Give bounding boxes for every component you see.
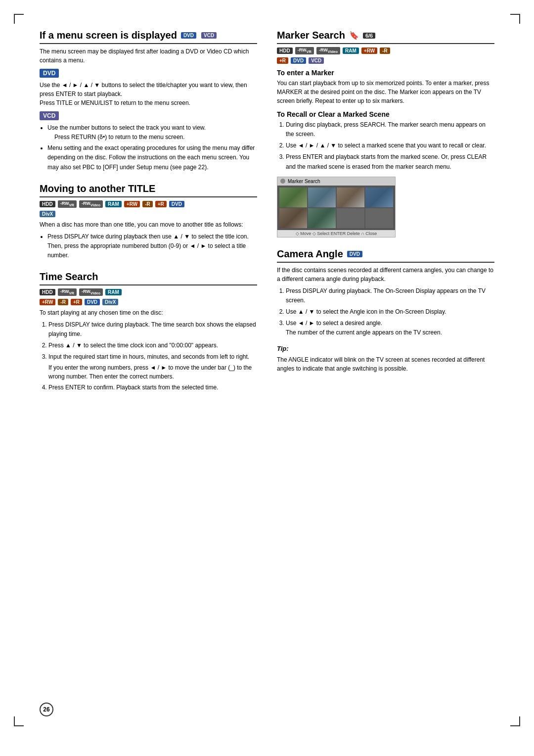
- vcd-subsection: VCD Use the number buttons to select the…: [40, 111, 257, 172]
- time-intro: To start playing at any chosen time on t…: [40, 308, 257, 317]
- marker-thumb-8: [365, 208, 393, 228]
- badge-plusr-moving: +R: [155, 201, 167, 207]
- dvd-badge-large: DVD: [40, 69, 59, 78]
- badge-vcd: VCD: [201, 32, 217, 39]
- tip-label: Tip:: [277, 344, 494, 354]
- section-time-heading-row: Time Search: [40, 271, 257, 285]
- badge-hdd-moving: HDD: [40, 201, 55, 207]
- time-step-3-note: If you enter the wrong numbers, press ◄ …: [48, 363, 257, 381]
- enter-marker-heading: To enter a Marker: [277, 69, 494, 77]
- bookmark-icon: 🔖: [349, 31, 359, 40]
- marker-search-box-title: Marker Search: [288, 179, 320, 184]
- badge-divx-time: DivX: [102, 299, 118, 305]
- section-menu-heading: If a menu screen is displayed: [40, 30, 177, 41]
- section-camera-heading-row: Camera Angle DVD: [277, 248, 494, 263]
- badge-dvd-camera: DVD: [347, 251, 362, 257]
- badge-rwvr-time: -RWVR: [58, 288, 77, 296]
- section-menu-title: If a menu screen is displayed DVD VCD: [40, 30, 257, 44]
- section-moving-heading: Moving to another TITLE: [40, 183, 155, 194]
- time-step-2: Press ▲ / ▼ to select the time clock ico…: [48, 341, 257, 350]
- time-step-1: Press DISPLAY twice during playback. The…: [48, 320, 257, 339]
- badge-rwvideo-moving: -RWVideo: [79, 200, 103, 208]
- badge-dvd: DVD: [181, 32, 196, 39]
- moving-badges-row2: DivX: [40, 211, 257, 217]
- vcd-sub-text: Press RETURN (δ•) to return to the menu …: [47, 133, 257, 142]
- section-camera-angle: Camera Angle DVD If the disc contains sc…: [277, 248, 494, 373]
- corner-mark-bl: [14, 716, 24, 726]
- badge-vcd-marker: VCD: [309, 57, 324, 64]
- recall-marker-heading: To Recall or Clear a Marked Scene: [277, 110, 494, 118]
- badge-plusrw-moving: +RW: [124, 201, 140, 207]
- dvd-subsection: DVD Use the ◄ / ► / ▲ / ▼ buttons to sel…: [40, 69, 257, 107]
- badge-plusr-marker: +R: [277, 57, 288, 64]
- badge-hdd-marker: HDD: [277, 47, 293, 54]
- badge-plusr-time: +R: [71, 299, 82, 305]
- corner-mark-tl: [14, 14, 24, 24]
- recall-step-3: Press ENTER and playback starts from the…: [286, 152, 494, 171]
- time-badges-row2: +RW -R +R DVD DivX: [40, 299, 257, 305]
- marker-search-titlebar: Marker Search: [277, 177, 395, 186]
- badge-hdd-time: HDD: [40, 289, 55, 295]
- tip-section: Tip: The ANGLE indicator will blink on t…: [277, 344, 494, 374]
- time-step-4: Press ENTER to confirm. Playback starts …: [48, 383, 257, 392]
- section-time-search: Time Search HDD -RWVR -RWVideo RAM +RW -…: [40, 271, 257, 392]
- badge-dvd-time: DVD: [85, 299, 100, 305]
- enter-marker-text: You can start playback from up to six me…: [277, 79, 494, 105]
- moving-badges-row1: HDD -RWVR -RWVideo RAM +RW -R +R DVD: [40, 200, 257, 208]
- page-number: 26: [40, 703, 53, 716]
- marker-bottom-bar: ◇ Move ◇ Select ENTER Delete ∩ Close: [277, 230, 395, 237]
- camera-step-3: Use ◄ / ► to select a desired angle.The …: [286, 319, 494, 337]
- recall-step-2: Use ◄ / ► / ▲ / ▼ to select a marked sce…: [286, 141, 494, 150]
- badge-rwvr-moving: -RWVR: [58, 200, 77, 208]
- vcd-badge-large: VCD: [40, 111, 59, 120]
- badge-ram-marker: RAM: [343, 47, 359, 54]
- recall-step-1: During disc playback, press SEARCH. The …: [286, 120, 494, 139]
- badge-ram-moving: RAM: [105, 201, 122, 207]
- marker-badges-row2: +R DVD VCD: [277, 57, 494, 64]
- recall-marker-subsection: To Recall or Clear a Marked Scene During…: [277, 110, 494, 172]
- badge-divx-moving: DivX: [40, 211, 55, 217]
- badge-plusrw-time: +RW: [40, 299, 55, 305]
- moving-bullets: Press DISPLAY twice during playback then…: [40, 232, 257, 261]
- section-marker-heading: Marker Search: [277, 30, 345, 41]
- camera-steps: Press DISPLAY during playback. The On-Sc…: [277, 286, 494, 338]
- badge-rwvideo-time: -RWVideo: [79, 288, 103, 296]
- section-marker-search: Marker Search 🔖 6/6 HDD -RWVR -RWVideo R…: [277, 30, 494, 237]
- moving-intro: When a disc has more than one title, you…: [40, 220, 257, 229]
- badge-dvd-marker: DVD: [291, 57, 306, 64]
- time-step-3: Input the required start time in hours, …: [48, 352, 257, 380]
- page-content: If a menu screen is displayed DVD VCD Th…: [40, 30, 494, 403]
- marker-thumb-1: [279, 188, 307, 207]
- badge-rwvr-marker: -RWVR: [295, 47, 314, 54]
- moving-bullet-1: Press DISPLAY twice during playback then…: [47, 232, 257, 261]
- camera-step-1: Press DISPLAY during playback. The On-Sc…: [286, 286, 494, 305]
- vcd-bullet-1: Use the number buttons to select the tra…: [47, 123, 257, 142]
- time-badges-row1: HDD -RWVR -RWVideo RAM: [40, 288, 257, 296]
- marker-search-icon: [280, 179, 285, 184]
- enter-marker-subsection: To enter a Marker You can start playback…: [277, 69, 494, 105]
- marker-thumb-5: [279, 208, 307, 228]
- marker-thumb-4: [365, 188, 393, 207]
- camera-step-2: Use ▲ / ▼ to select the Angle icon in th…: [286, 307, 494, 317]
- marker-search-image-box: Marker Search ◇ Move ◇ Select ENTER Dele…: [277, 177, 396, 237]
- badge-ram-time: RAM: [105, 289, 122, 295]
- vcd-bullet-list: Use the number buttons to select the tra…: [40, 123, 257, 172]
- page: If a menu screen is displayed DVD VCD Th…: [0, 0, 534, 756]
- time-steps: Press DISPLAY twice during playback. The…: [40, 320, 257, 392]
- marker-grid: [277, 186, 395, 230]
- section-camera-heading: Camera Angle: [277, 248, 343, 260]
- dvd-text: Use the ◄ / ► / ▲ / ▼ buttons to select …: [40, 81, 257, 107]
- badge-plusrw-marker: +RW: [361, 47, 377, 54]
- corner-mark-br: [510, 716, 520, 726]
- badge-r-time: -R: [58, 299, 68, 305]
- badge-r-moving: -R: [142, 201, 153, 207]
- marker-badges-row1: HDD -RWVR -RWVideo RAM +RW -R: [277, 47, 494, 54]
- left-column: If a menu screen is displayed DVD VCD Th…: [40, 30, 257, 403]
- section-marker-heading-row: Marker Search 🔖 6/6: [277, 30, 494, 44]
- page-num-badge: 6/6: [363, 33, 375, 39]
- section-moving-title: Moving to another TITLE HDD -RWVR -RWVid…: [40, 183, 257, 260]
- tip-text: The ANGLE indicator will blink on the TV…: [277, 355, 494, 373]
- right-column: Marker Search 🔖 6/6 HDD -RWVR -RWVideo R…: [277, 30, 494, 403]
- badge-dvd-moving: DVD: [169, 201, 184, 207]
- recall-marker-steps: During disc playback, press SEARCH. The …: [277, 120, 494, 172]
